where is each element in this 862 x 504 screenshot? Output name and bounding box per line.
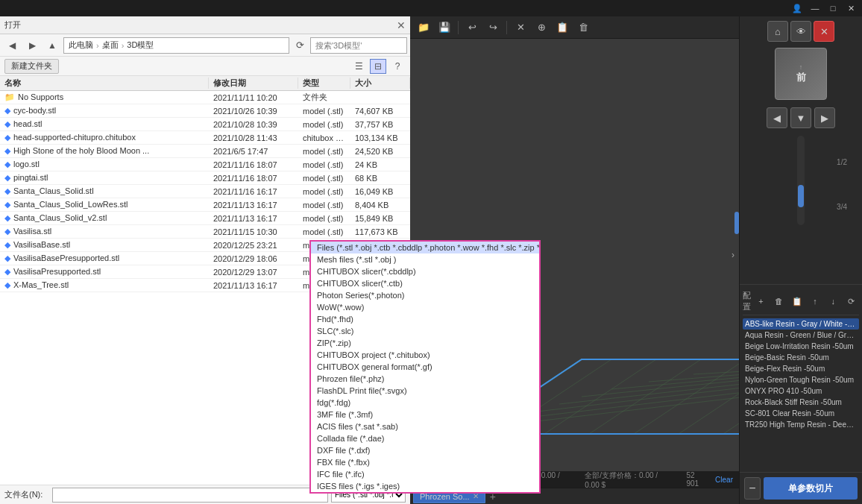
dropdown-item[interactable]: WoW(*.wow) [311, 301, 539, 313]
file-dialog-close-btn[interactable]: ✕ [397, 19, 406, 31]
file-cell-size: 15,849 KB [350, 214, 410, 223]
dropdown-item[interactable]: Mesh files (*.stl *.obj ) [311, 253, 539, 265]
status-clear-num: 52 901 [686, 471, 706, 488]
material-item[interactable]: Rock-Black Stiff Resin -50um [743, 397, 859, 408]
nav-back-btn[interactable]: ◀ [3, 37, 21, 54]
expand-panel-btn[interactable]: › [727, 240, 739, 270]
dropdown-item[interactable]: FlashDL Print file(*.svgx) [311, 385, 539, 397]
dropdown-item[interactable]: Fhd(*.fhd) [311, 313, 539, 325]
material-item[interactable]: ONYX PRO 410 -50um [743, 385, 859, 397]
file-cell-size: 24 KB [350, 160, 410, 169]
file-row[interactable]: ◆logo.stl 2021/11/16 18:07 model (.stl) … [0, 158, 410, 171]
col-name[interactable]: 名称 [0, 78, 209, 89]
config-up-btn[interactable]: ↑ [808, 294, 823, 309]
file-row[interactable]: ◆Santa_Claus_Solid_v2.stl 2021/11/13 16:… [0, 212, 410, 225]
dropdown-item[interactable]: ACIS files (*.sat *.sab) [311, 420, 539, 432]
dropdown-item[interactable]: ZIP(*.zip) [311, 337, 539, 349]
dropdown-item[interactable]: Phrozen file(*.phz) [311, 373, 539, 385]
nav-up-btn[interactable]: ▲ [43, 37, 61, 54]
dropdown-item[interactable]: CHITUBOX general format(*.gf) [311, 361, 539, 373]
file-row[interactable]: ◆pingtai.stl 2021/11/16 18:07 model (.st… [0, 171, 410, 185]
dropdown-item[interactable]: CHITUBOX project (*.chitubox) [311, 349, 539, 361]
col-type[interactable]: 类型 [298, 78, 350, 89]
vc-right-btn[interactable]: ▶ [814, 107, 835, 128]
material-item[interactable]: Aqua Resin - Green / Blue / Gray-4k / [743, 330, 859, 341]
slice-minus-btn[interactable]: − [744, 477, 761, 500]
status-clear-btn[interactable]: Clear [715, 476, 733, 484]
view-cube[interactable]: ↑ 前 [775, 48, 827, 100]
material-item[interactable]: Beige Low-Irritation Resin -50um [743, 341, 859, 352]
nav-search-input[interactable] [310, 37, 407, 54]
dropdown-item[interactable]: Photon Series(*.photon) [311, 289, 539, 301]
nav-path-bar[interactable]: 此电脑 › 桌面 › 3D模型 [63, 37, 289, 54]
slice-btn[interactable]: 单参数切片 [764, 477, 858, 500]
file-row[interactable]: ◆head-supported-chitupro.chitubox 2021/1… [0, 131, 410, 145]
svg-line-12 [589, 359, 701, 434]
dropdown-item[interactable]: IGES files (*.igs *.iges) [311, 480, 539, 492]
file-row[interactable]: ◆High Stone of the holy Blood Moon ... 2… [0, 145, 410, 158]
file-row[interactable]: ◆head.stl 2021/10/28 10:39 model (.stl) … [0, 118, 410, 131]
dropdown-item[interactable]: JT file (*.jt) [311, 492, 539, 494]
file-dialog-titlebar: 打开 ✕ [0, 16, 410, 34]
view-detail-btn[interactable]: ⊟ [370, 59, 386, 74]
config-copy-btn[interactable]: 📋 [789, 294, 805, 309]
dropdown-item[interactable]: CHITUBOX slicer(*.ctb) [311, 277, 539, 289]
dropdown-item[interactable]: SLC(*.slc) [311, 325, 539, 337]
material-item[interactable]: ABS-like Resin - Gray / White -50um [743, 318, 859, 330]
config-sync-btn[interactable]: ⟳ [843, 294, 859, 309]
material-item[interactable]: Beige-Flex Resin -50um [743, 363, 859, 374]
vt-open-btn[interactable]: 📁 [415, 19, 432, 37]
dropdown-item[interactable]: IFC file (*.ifc) [311, 468, 539, 480]
file-row[interactable]: ◆Santa_Claus_Solid.stl 2021/11/16 16:17 … [0, 185, 410, 198]
material-item[interactable]: TR250 High Temp Resin - Deep Gray -5 [743, 419, 859, 430]
file-cell-type: model (.stl) [298, 187, 350, 196]
nav-forward-btn[interactable]: ▶ [23, 37, 41, 54]
vt-trash-btn[interactable]: 🗑 [574, 19, 592, 37]
material-item[interactable]: Beige-Basic Resin -50um [743, 352, 859, 363]
view-v-slider[interactable] [797, 136, 805, 225]
file-cell-date: 2020/12/25 23:21 [209, 241, 298, 250]
material-item[interactable]: SC-801 Clear Resin -50um [743, 408, 859, 419]
slice-btn-area: − 单参数切片 [740, 472, 862, 504]
file-row[interactable]: ◆cyc-body.stl 2021/10/26 10:39 model (.s… [0, 104, 410, 118]
vt-save-btn[interactable]: 💾 [435, 19, 453, 37]
dropdown-item[interactable]: fdg(*.fdg) [311, 397, 539, 409]
vt-redo-btn[interactable]: ↪ [484, 19, 502, 37]
config-trash-btn[interactable]: 🗑 [771, 294, 787, 309]
file-cell-size: 24,520 KB [350, 147, 410, 156]
vt-undo-btn[interactable]: ↩ [463, 19, 481, 37]
vc-left-btn[interactable]: ◀ [767, 107, 787, 128]
vt-copy-btn[interactable]: 📋 [553, 19, 571, 37]
nav-refresh-btn[interactable]: ⟳ [292, 37, 308, 54]
material-item[interactable]: Nylon-Green Tough Resin -50um [743, 374, 859, 385]
file-row[interactable]: ◆Vasilisa.stl 2021/11/15 10:30 model (.s… [0, 225, 410, 239]
vc-home-btn[interactable]: ⌂ [767, 21, 788, 42]
config-down-btn[interactable]: ↓ [825, 294, 841, 309]
file-name-input[interactable] [52, 488, 328, 503]
vt-delete-btn[interactable]: ✕ [512, 19, 529, 37]
file-row[interactable]: 📁No Supports 2021/11/11 10:20 文件夹 [0, 91, 410, 104]
col-date[interactable]: 修改日期 [209, 78, 298, 89]
file-cell-name: ◆pingtai.stl [0, 173, 209, 183]
maximize-btn[interactable]: □ [825, 1, 841, 15]
new-folder-btn[interactable]: 新建文件夹 [4, 59, 59, 74]
file-row[interactable]: ◆Santa_Claus_Solid_LowRes.stl 2021/11/13… [0, 198, 410, 212]
close-btn[interactable]: ✕ [843, 1, 859, 15]
vc-down-btn[interactable]: ▼ [790, 107, 811, 128]
nav-bar: ◀ ▶ ▲ 此电脑 › 桌面 › 3D模型 ⟳ [0, 34, 410, 57]
vt-add-btn[interactable]: ⊕ [532, 19, 550, 37]
vc-settings-btn[interactable]: ✕ [814, 21, 834, 42]
help-btn[interactable]: ? [389, 59, 406, 74]
dropdown-item[interactable]: CHITUBOX slicer(*.cbddlp) [311, 265, 539, 277]
dropdown-item[interactable]: FBX file (*.fbx) [311, 456, 539, 468]
user-icon-btn[interactable]: 👤 [789, 1, 805, 15]
minimize-btn[interactable]: — [807, 1, 823, 15]
config-add-btn[interactable]: + [753, 294, 769, 309]
dropdown-item[interactable]: 3MF file (*.3mf) [311, 409, 539, 420]
dropdown-item[interactable]: Collada file (*.dae) [311, 432, 539, 444]
view-list-btn[interactable]: ☰ [350, 59, 367, 74]
dropdown-item[interactable]: DXF file (*.dxf) [311, 444, 539, 456]
vc-eye-btn[interactable]: 👁 [790, 21, 811, 42]
dropdown-item[interactable]: Files (*.stl *.obj *.ctb *.cbddlp *.phot… [311, 242, 539, 253]
col-size[interactable]: 大小 [350, 78, 410, 89]
